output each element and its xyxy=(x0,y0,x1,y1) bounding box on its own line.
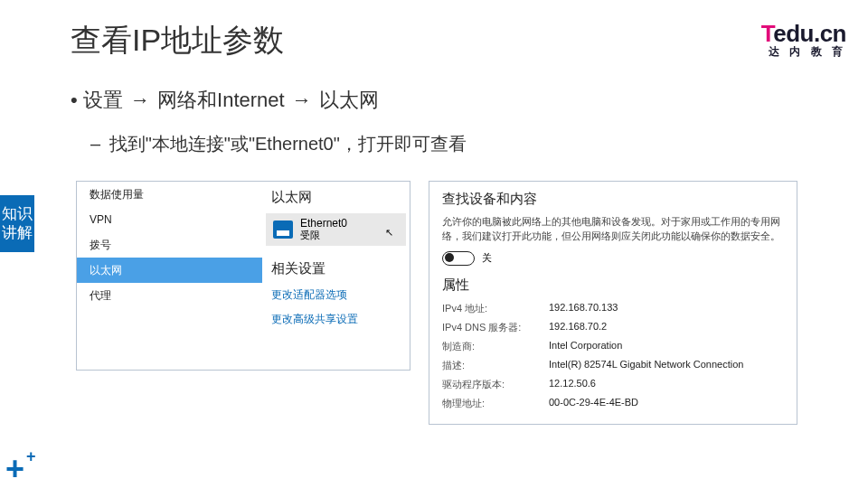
prop-key: 制造商: xyxy=(442,340,549,353)
properties-heading: 属性 xyxy=(442,277,784,294)
properties-table: IPv4 地址: 192.168.70.133 IPv4 DNS 服务器: 19… xyxy=(442,299,784,413)
cursor-icon: ↖ xyxy=(385,227,393,239)
prop-key: 物理地址: xyxy=(442,397,549,410)
prop-key: IPv4 DNS 服务器: xyxy=(442,321,549,334)
toggle-label: 关 xyxy=(482,251,492,265)
discovery-description: 允许你的电脑被此网络上的其他电脑和设备发现。对于家用或工作用的专用网络，我们建议… xyxy=(442,215,784,244)
prop-val: Intel(R) 82574L Gigabit Network Connecti… xyxy=(549,359,784,372)
plus-icon: + xyxy=(26,448,36,465)
nav-item-proxy[interactable]: 代理 xyxy=(77,283,262,308)
sub-bullet: 找到"本地连接"或"Ethernet0"，打开即可查看 xyxy=(107,132,467,156)
prop-val: 192.168.70.2 xyxy=(549,321,784,334)
prop-key: 描述: xyxy=(442,359,549,372)
prop-row-description: 描述: Intel(R) 82574L Gigabit Network Conn… xyxy=(442,356,784,375)
prop-row-dns: IPv4 DNS 服务器: 192.168.70.2 xyxy=(442,318,784,337)
logo-t: T xyxy=(761,20,773,47)
bc-network: 网络和Internet xyxy=(157,89,285,111)
nav-item-dialup[interactable]: 拨号 xyxy=(77,232,262,258)
related-settings-heading: 相关设置 xyxy=(262,253,410,283)
nav-item-data-usage[interactable]: 数据使用量 xyxy=(77,182,262,207)
arrow-icon: → xyxy=(292,89,312,111)
breadcrumb-bullet: 设置 → 网络和Internet → 以太网 xyxy=(71,87,379,114)
slide-title: 查看IP地址参数 xyxy=(71,20,284,61)
prop-val: 192.168.70.133 xyxy=(549,302,784,315)
adapter-name: Ethernet0 xyxy=(300,217,347,230)
ethernet-adapter-item[interactable]: Ethernet0 受限 ↖ xyxy=(266,213,406,246)
link-change-adapter[interactable]: 更改适配器选项 xyxy=(262,283,410,307)
prop-key: IPv4 地址: xyxy=(442,302,549,315)
arrow-icon: → xyxy=(130,89,150,111)
prop-val: 12.12.50.6 xyxy=(549,378,784,391)
prop-row-mac: 物理地址: 00-0C-29-4E-4E-BD xyxy=(442,394,784,413)
adapter-status: 受限 xyxy=(300,230,347,241)
plus-icon: + xyxy=(5,456,24,483)
ethernet-heading: 以太网 xyxy=(262,182,410,211)
bc-settings: 设置 xyxy=(83,89,123,111)
prop-row-ipv4: IPv4 地址: 192.168.70.133 xyxy=(442,299,784,318)
side-tag: 知识讲解 xyxy=(0,195,34,252)
prop-row-driver: 驱动程序版本: 12.12.50.6 xyxy=(442,375,784,394)
brand-logo: Tedu.cn 达 内 教 育 xyxy=(761,22,846,58)
nav-item-vpn[interactable]: VPN xyxy=(77,207,262,232)
prop-row-manufacturer: 制造商: Intel Corporation xyxy=(442,337,784,356)
slide-decoration: + + xyxy=(5,456,36,483)
link-advanced-sharing[interactable]: 更改高级共享设置 xyxy=(262,307,410,332)
prop-val: Intel Corporation xyxy=(549,340,784,353)
discovery-toggle[interactable] xyxy=(442,251,475,266)
properties-panel: 查找设备和内容 允许你的电脑被此网络上的其他电脑和设备发现。对于家用或工作用的专… xyxy=(429,181,797,425)
logo-subtitle: 达 内 教 育 xyxy=(761,46,846,58)
ethernet-icon xyxy=(273,221,293,239)
logo-rest: edu.cn xyxy=(773,20,846,47)
prop-val: 00-0C-29-4E-4E-BD xyxy=(549,397,784,410)
prop-key: 驱动程序版本: xyxy=(442,378,549,391)
settings-nav: 数据使用量 VPN 拨号 以太网 代理 xyxy=(77,182,262,370)
discovery-heading: 查找设备和内容 xyxy=(442,191,784,208)
bc-ethernet: 以太网 xyxy=(319,89,379,111)
settings-content: 以太网 Ethernet0 受限 ↖ 相关设置 更改适配器选项 更改高级共享设置 xyxy=(262,182,410,370)
nav-item-ethernet[interactable]: 以太网 xyxy=(77,258,262,283)
settings-nav-panel: 数据使用量 VPN 拨号 以太网 代理 以太网 Ethernet0 受限 ↖ 相… xyxy=(76,181,410,371)
